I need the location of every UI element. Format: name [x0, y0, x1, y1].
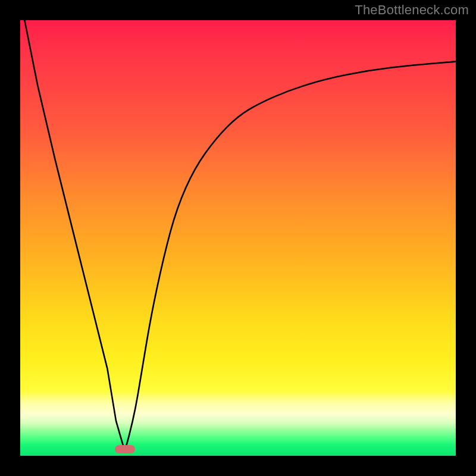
min-marker: [115, 445, 135, 453]
chart-frame: TheBottleneck.com: [0, 0, 476, 476]
plot-area: [20, 20, 456, 456]
curve-layer: [20, 20, 456, 456]
attribution-text: TheBottleneck.com: [355, 2, 469, 18]
bottleneck-curve: [24, 20, 456, 452]
